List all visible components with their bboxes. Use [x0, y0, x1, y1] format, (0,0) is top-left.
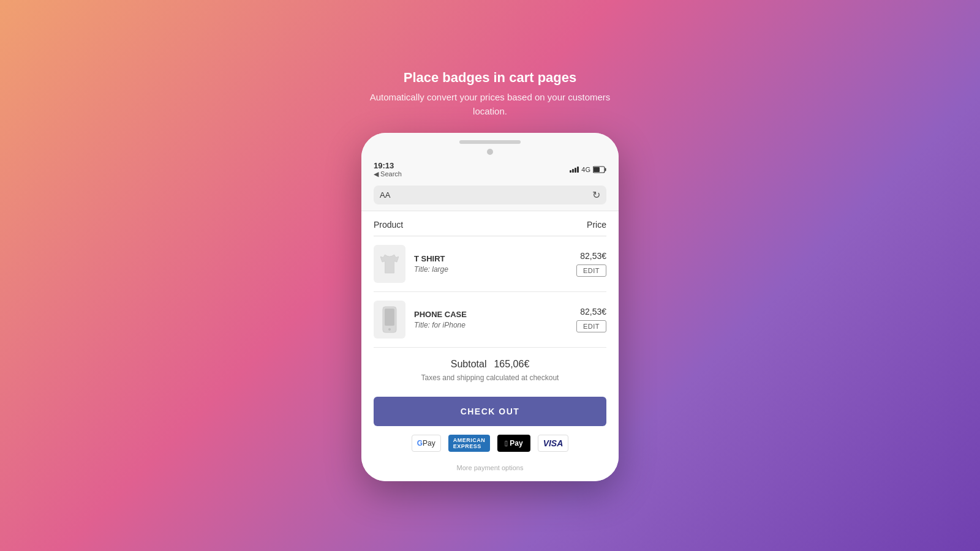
headline-title: Place badges in cart pages	[355, 70, 625, 86]
item-price-col-tshirt: 82,53€ EDIT	[576, 251, 606, 277]
checkout-button[interactable]: CHECK OUT	[374, 397, 606, 426]
item-variant-tshirt: Title: large	[414, 265, 568, 274]
payment-icons-row: GPay AMERICANEXPRESS  Pay VISA	[374, 435, 606, 464]
subtotal-section: Subtotal 165,06€ Taxes and shipping calc…	[374, 348, 606, 388]
item-price-phonecase: 82,53€	[580, 307, 606, 317]
phone-notch-area	[374, 140, 606, 144]
status-time: 19:13	[374, 161, 402, 170]
svg-rect-2	[594, 167, 600, 172]
item-price-tshirt: 82,53€	[580, 251, 606, 261]
bottom-hint: More payment options	[374, 464, 606, 481]
visa-icon: VISA	[538, 435, 569, 452]
item-name-tshirt: T SHIRT	[414, 254, 568, 263]
refresh-icon[interactable]: ↻	[592, 189, 600, 201]
headline-block: Place badges in cart pages Automatically…	[343, 70, 637, 118]
phone-camera-dot	[487, 149, 493, 155]
item-variant-phonecase: Title: for iPhone	[414, 321, 568, 329]
page-wrapper: Place badges in cart pages Automatically…	[343, 70, 637, 481]
subtotal-label: Subtotal	[451, 359, 487, 370]
browser-aa-label: AA	[380, 190, 390, 200]
amex-icon: AMERICANEXPRESS	[448, 435, 491, 452]
apple-pay-icon:  Pay	[497, 435, 530, 452]
phone-notch-pill	[459, 140, 521, 144]
cart-table-header: Product Price	[374, 211, 606, 236]
item-image-phonecase	[374, 301, 405, 339]
phone-mockup: 19:13 ◀ Search 4G	[361, 133, 619, 481]
browser-bar[interactable]: AA ↻	[374, 186, 606, 204]
phone-top-bar: 19:13 ◀ Search 4G	[361, 133, 619, 211]
phone-camera-row	[374, 149, 606, 155]
item-name-phonecase: PHONE CASE	[414, 310, 568, 319]
phone-status-bar: 19:13 ◀ Search 4G	[374, 159, 606, 182]
subtotal-row: Subtotal 165,06€	[374, 359, 606, 370]
edit-button-phonecase[interactable]: EDIT	[576, 320, 606, 332]
cart-content: Product Price T SHIRT Title: large 82,53…	[361, 211, 619, 481]
tshirt-svg-icon	[380, 253, 399, 275]
item-image-tshirt	[374, 245, 405, 283]
cart-item-tshirt: T SHIRT Title: large 82,53€ EDIT	[374, 236, 606, 292]
svg-rect-4	[385, 309, 394, 326]
battery-icon	[593, 166, 606, 173]
headline-subtitle: Automatically convert your prices based …	[355, 91, 625, 118]
google-pay-icon: GPay	[412, 435, 441, 452]
subtotal-amount: 165,06€	[494, 359, 529, 370]
item-details-tshirt: T SHIRT Title: large	[414, 254, 568, 274]
svg-point-5	[388, 328, 391, 331]
svg-rect-1	[605, 168, 606, 171]
network-label: 4G	[581, 166, 590, 173]
edit-button-tshirt[interactable]: EDIT	[576, 264, 606, 277]
item-details-phonecase: PHONE CASE Title: for iPhone	[414, 310, 568, 329]
status-nav[interactable]: ◀ Search	[374, 170, 402, 178]
column-header-price: Price	[587, 220, 606, 230]
cart-item-phonecase: PHONE CASE Title: for iPhone 82,53€ EDIT	[374, 292, 606, 348]
column-header-product: Product	[374, 220, 403, 230]
signal-bars-icon	[570, 167, 579, 173]
phonecase-svg-icon	[382, 306, 397, 333]
status-icons: 4G	[570, 166, 606, 173]
item-price-col-phonecase: 82,53€ EDIT	[576, 307, 606, 332]
subtotal-note: Taxes and shipping calculated at checkou…	[374, 373, 606, 382]
